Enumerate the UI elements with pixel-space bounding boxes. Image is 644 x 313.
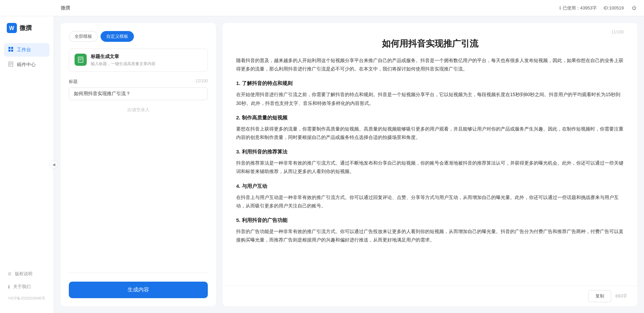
- drafts-icon: [8, 61, 13, 68]
- template-info: 标题生成文章 输入标题，一键生成高质量文章内容: [91, 54, 202, 67]
- template-name: 标题生成文章: [91, 54, 202, 60]
- copyright-label: 版权说明: [15, 271, 32, 277]
- about-icon: ℹ: [8, 284, 10, 289]
- form-label: 标题 12/100: [69, 79, 208, 85]
- divider: [69, 273, 208, 273]
- template-card-icon: [75, 54, 87, 66]
- title-input[interactable]: [69, 87, 208, 100]
- info-icon: ℹ: [559, 5, 561, 10]
- left-panel: 全部模板 自定义模板 标题生成文章 输入标题，一键生成高质量文章内容: [61, 23, 216, 306]
- page-info: 11/100: [236, 30, 624, 34]
- tab-all-templates[interactable]: 全部模板: [69, 31, 98, 42]
- right-panel-header: 11/100 如何用抖音实现推广引流: [223, 23, 637, 56]
- sidebar-nav: 工作台 稿件中心: [0, 43, 54, 268]
- workbench-icon: [8, 47, 13, 53]
- word-count: 693字: [615, 293, 627, 299]
- svg-rect-2: [11, 47, 13, 49]
- main-layout: W 微撰 工作台: [0, 16, 644, 313]
- article-section-heading: 4. 与用户互动: [236, 181, 624, 191]
- power-icon[interactable]: ⏻: [631, 5, 637, 11]
- svg-rect-3: [8, 50, 10, 52]
- sidebar-item-workbench[interactable]: 工作台: [4, 43, 50, 57]
- article-section-paragraph: 要想在抖音上获得更多的流量，你需要制作高质量的短视频。高质量的短视频能够吸引更多…: [236, 125, 624, 142]
- article-section-paragraph: 抖音的广告功能是一种非常有效的推广引流方式。你可以通过广告投放来让更多的人看到你…: [236, 227, 624, 244]
- template-card[interactable]: 标题生成文章 输入标题，一键生成高质量文章内容: [69, 49, 208, 72]
- sidebar-bottom: © 版权说明 ℹ 关于我们 ©ICP备2022016946号: [0, 268, 54, 306]
- svg-rect-1: [8, 47, 10, 49]
- empty-hint: 白请空录入: [69, 100, 208, 120]
- about-label: 关于我们: [13, 284, 31, 290]
- sidebar-collapse-button[interactable]: ◀: [50, 161, 58, 169]
- sidebar-item-label: 工作台: [17, 47, 31, 53]
- generate-button[interactable]: 生成内容: [69, 282, 208, 298]
- template-desc: 输入标题，一键生成高质量文章内容: [91, 61, 202, 67]
- article-section-paragraph: 抖音的推荐算法是一种非常有效的推广引流方式。通过不断地发布和分享自己的短视频，你…: [236, 159, 624, 176]
- svg-rect-4: [11, 50, 13, 52]
- right-panel-footer: 复制 693字: [223, 286, 637, 306]
- sidebar-logo: W 微撰: [0, 23, 54, 43]
- tab-custom-templates[interactable]: 自定义模板: [101, 31, 134, 42]
- sidebar-item-label: 稿件中心: [17, 62, 36, 68]
- copy-button[interactable]: 复制: [588, 290, 611, 302]
- sidebar-item-about[interactable]: ℹ 关于我们: [4, 281, 50, 292]
- content-area: 全部模板 自定义模板 标题生成文章 输入标题，一键生成高质量文章内容: [54, 16, 644, 313]
- svg-rect-9: [78, 57, 83, 62]
- article-section-paragraph: 在开始使用抖音进行推广引流之前，你需要了解抖音的特点和规则。抖音是一个短视频分享…: [236, 90, 624, 107]
- label-text: 标题: [69, 79, 78, 85]
- char-count: 12/100: [195, 79, 208, 85]
- sidebar-item-drafts[interactable]: 稿件中心: [4, 58, 50, 72]
- topbar-title: 微撰: [61, 5, 70, 11]
- topbar-usage: ℹ 已使用：43953字: [559, 5, 597, 11]
- logo-w: W: [7, 23, 17, 33]
- icp-text: ©ICP备2022016946号: [4, 294, 50, 303]
- usage-text: 已使用：43953字: [563, 5, 597, 11]
- article-section-heading: 5. 利用抖音的广告功能: [236, 216, 624, 225]
- sidebar: W 微撰 工作台: [0, 16, 54, 313]
- sidebar-item-copyright[interactable]: © 版权说明: [4, 268, 50, 280]
- article-title: 如何用抖音实现推广引流: [236, 38, 624, 56]
- topbar-id: ID:100519: [604, 5, 624, 10]
- copyright-icon: ©: [8, 272, 11, 277]
- article-section-paragraph: 随着抖音的普及，越来越多的人开始利用这个短视频分享平台来推广自己的产品或服务。抖…: [236, 56, 624, 73]
- article-content: 随着抖音的普及，越来越多的人开始利用这个短视频分享平台来推广自己的产品或服务。抖…: [223, 56, 637, 286]
- article-section-heading: 3. 利用抖音的推荐算法: [236, 147, 624, 156]
- template-tabs: 全部模板 自定义模板: [69, 31, 208, 42]
- article-section-heading: 1. 了解抖音的特点和规则: [236, 79, 624, 88]
- article-section-paragraph: 在抖音上与用户互动是一种非常有效的推广引流方式。你可以通过回复评论、点赞、分享等…: [236, 193, 624, 210]
- right-panel: 11/100 如何用抖音实现推广引流 随着抖音的普及，越来越多的人开始利用这个短…: [223, 23, 637, 306]
- svg-text:W: W: [9, 25, 15, 31]
- logo-text: 微撰: [20, 24, 32, 32]
- article-section-heading: 2. 制作高质量的短视频: [236, 113, 624, 122]
- topbar-right: ℹ 已使用：43953字 ID:100519 ⏻: [559, 5, 637, 11]
- topbar: 微撰 ℹ 已使用：43953字 ID:100519 ⏻: [0, 0, 644, 16]
